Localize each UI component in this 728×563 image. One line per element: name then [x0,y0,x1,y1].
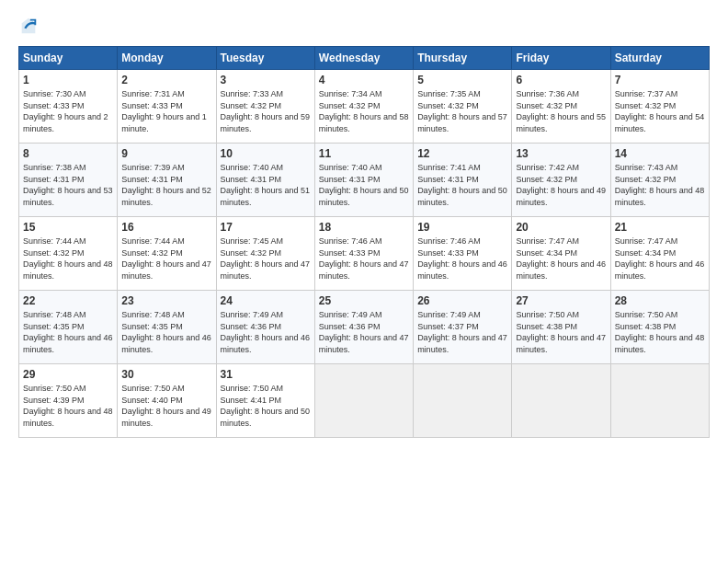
table-row [610,364,709,438]
day-info: Sunrise: 7:38 AMSunset: 4:31 PMDaylight:… [23,163,113,207]
day-info: Sunrise: 7:44 AMSunset: 4:32 PMDaylight:… [121,236,211,281]
day-number: 14 [615,147,705,160]
table-row: 25 Sunrise: 7:49 AMSunset: 4:36 PMDaylig… [314,291,413,364]
day-number: 1 [23,74,113,86]
day-info: Sunrise: 7:42 AMSunset: 4:32 PMDaylight:… [516,163,606,207]
table-row: 2 Sunrise: 7:31 AMSunset: 4:33 PMDayligh… [118,70,216,144]
col-tuesday: Tuesday [216,47,314,70]
table-row: 4 Sunrise: 7:34 AMSunset: 4:32 PMDayligh… [314,70,413,144]
table-row: 12 Sunrise: 7:41 AMSunset: 4:31 PMDaylig… [414,144,512,217]
table-row [314,364,413,438]
table-row: 5 Sunrise: 7:35 AMSunset: 4:32 PMDayligh… [414,70,512,144]
day-info: Sunrise: 7:48 AMSunset: 4:35 PMDaylight:… [121,310,211,354]
day-info: Sunrise: 7:41 AMSunset: 4:31 PMDaylight:… [417,163,507,207]
day-number: 27 [516,294,606,307]
day-number: 25 [319,294,409,307]
table-row: 28 Sunrise: 7:50 AMSunset: 4:38 PMDaylig… [610,291,709,364]
day-number: 10 [221,147,311,160]
day-number: 21 [615,221,705,234]
day-info: Sunrise: 7:35 AMSunset: 4:32 PMDaylight:… [417,89,507,133]
table-row: 23 Sunrise: 7:48 AMSunset: 4:35 PMDaylig… [118,291,216,364]
table-row: 15 Sunrise: 7:44 AMSunset: 4:32 PMDaylig… [19,217,118,291]
day-info: Sunrise: 7:39 AMSunset: 4:31 PMDaylight:… [121,163,211,207]
day-number: 23 [121,294,211,307]
day-info: Sunrise: 7:47 AMSunset: 4:34 PMDaylight:… [615,236,705,281]
day-number: 24 [221,294,311,307]
day-info: Sunrise: 7:34 AMSunset: 4:32 PMDaylight:… [319,89,409,133]
col-wednesday: Wednesday [314,47,413,70]
day-number: 12 [417,147,507,160]
day-number: 17 [221,221,311,234]
day-number: 5 [417,74,507,86]
calendar-table: Sunday Monday Tuesday Wednesday Thursday… [18,46,710,438]
table-row: 30 Sunrise: 7:50 AMSunset: 4:40 PMDaylig… [118,364,216,438]
day-number: 9 [121,147,211,160]
day-info: Sunrise: 7:33 AMSunset: 4:32 PMDaylight:… [221,89,311,133]
day-info: Sunrise: 7:49 AMSunset: 4:36 PMDaylight:… [221,310,311,354]
day-info: Sunrise: 7:31 AMSunset: 4:33 PMDaylight:… [121,89,207,133]
table-row: 3 Sunrise: 7:33 AMSunset: 4:32 PMDayligh… [216,70,314,144]
day-info: Sunrise: 7:46 AMSunset: 4:33 PMDaylight:… [417,236,507,281]
table-row: 26 Sunrise: 7:49 AMSunset: 4:37 PMDaylig… [414,291,512,364]
day-number: 28 [615,294,705,307]
table-row: 19 Sunrise: 7:46 AMSunset: 4:33 PMDaylig… [414,217,512,291]
day-info: Sunrise: 7:30 AMSunset: 4:33 PMDaylight:… [23,89,108,133]
day-number: 26 [417,294,507,307]
table-row: 29 Sunrise: 7:50 AMSunset: 4:39 PMDaylig… [19,364,118,438]
table-row: 27 Sunrise: 7:50 AMSunset: 4:38 PMDaylig… [512,291,610,364]
table-row: 14 Sunrise: 7:43 AMSunset: 4:32 PMDaylig… [610,144,709,217]
col-sunday: Sunday [19,47,118,70]
day-number: 22 [23,294,113,307]
day-number: 8 [23,147,113,160]
table-row: 1 Sunrise: 7:30 AMSunset: 4:33 PMDayligh… [19,70,118,144]
calendar-week-row: 22 Sunrise: 7:48 AMSunset: 4:35 PMDaylig… [19,291,710,364]
table-row: 21 Sunrise: 7:47 AMSunset: 4:34 PMDaylig… [610,217,709,291]
day-info: Sunrise: 7:48 AMSunset: 4:35 PMDaylight:… [23,310,113,354]
day-info: Sunrise: 7:46 AMSunset: 4:33 PMDaylight:… [319,236,409,281]
table-row: 13 Sunrise: 7:42 AMSunset: 4:32 PMDaylig… [512,144,610,217]
day-number: 7 [615,74,705,86]
day-info: Sunrise: 7:45 AMSunset: 4:32 PMDaylight:… [221,236,311,281]
col-saturday: Saturday [610,47,709,70]
table-row: 8 Sunrise: 7:38 AMSunset: 4:31 PMDayligh… [19,144,118,217]
day-info: Sunrise: 7:50 AMSunset: 4:38 PMDaylight:… [615,310,705,354]
day-number: 20 [516,221,606,234]
table-row: 31 Sunrise: 7:50 AMSunset: 4:41 PMDaylig… [216,364,314,438]
logo [18,17,40,37]
table-row [414,364,512,438]
day-number: 30 [121,368,211,381]
day-info: Sunrise: 7:37 AMSunset: 4:32 PMDaylight:… [615,89,705,133]
day-info: Sunrise: 7:50 AMSunset: 4:39 PMDaylight:… [23,384,113,428]
calendar-week-row: 15 Sunrise: 7:44 AMSunset: 4:32 PMDaylig… [19,217,710,291]
table-row: 22 Sunrise: 7:48 AMSunset: 4:35 PMDaylig… [19,291,118,364]
table-row: 16 Sunrise: 7:44 AMSunset: 4:32 PMDaylig… [118,217,216,291]
day-info: Sunrise: 7:50 AMSunset: 4:40 PMDaylight:… [121,384,211,428]
col-friday: Friday [512,47,610,70]
day-number: 15 [23,221,113,234]
day-info: Sunrise: 7:49 AMSunset: 4:37 PMDaylight:… [417,310,507,354]
day-number: 6 [516,74,606,86]
day-number: 29 [23,368,113,381]
day-number: 13 [516,147,606,160]
table-row: 7 Sunrise: 7:37 AMSunset: 4:32 PMDayligh… [610,70,709,144]
day-info: Sunrise: 7:50 AMSunset: 4:38 PMDaylight:… [516,310,606,354]
calendar-week-row: 1 Sunrise: 7:30 AMSunset: 4:33 PMDayligh… [19,70,710,144]
day-number: 11 [319,147,409,160]
page-container: Sunday Monday Tuesday Wednesday Thursday… [0,0,728,447]
day-number: 16 [121,221,211,234]
day-info: Sunrise: 7:49 AMSunset: 4:36 PMDaylight:… [319,310,409,354]
table-row: 18 Sunrise: 7:46 AMSunset: 4:33 PMDaylig… [314,217,413,291]
day-number: 2 [121,74,211,86]
table-row [512,364,610,438]
day-info: Sunrise: 7:40 AMSunset: 4:31 PMDaylight:… [221,163,311,207]
day-info: Sunrise: 7:44 AMSunset: 4:32 PMDaylight:… [23,236,113,281]
table-row: 6 Sunrise: 7:36 AMSunset: 4:32 PMDayligh… [512,70,610,144]
day-info: Sunrise: 7:40 AMSunset: 4:31 PMDaylight:… [319,163,409,207]
day-number: 19 [417,221,507,234]
table-row: 24 Sunrise: 7:49 AMSunset: 4:36 PMDaylig… [216,291,314,364]
calendar-header-row: Sunday Monday Tuesday Wednesday Thursday… [19,47,710,70]
day-info: Sunrise: 7:36 AMSunset: 4:32 PMDaylight:… [516,89,606,133]
logo-icon [18,17,39,37]
day-number: 31 [221,368,311,381]
table-row: 9 Sunrise: 7:39 AMSunset: 4:31 PMDayligh… [118,144,216,217]
